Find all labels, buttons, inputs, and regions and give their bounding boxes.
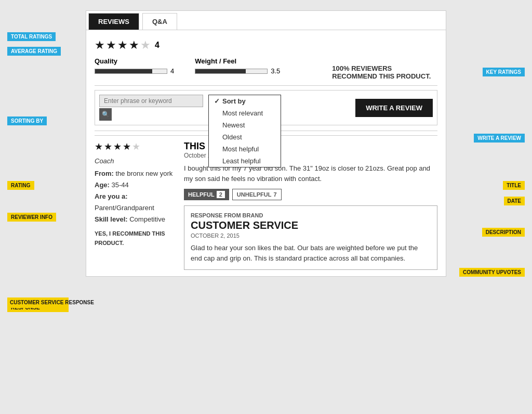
reviewer-skill-value: Competitive [129,215,165,223]
reviewer-age-value: 35-44 [112,181,129,189]
recommend-text: 100% REVIEWERS RECOMMEND THIS PRODUCT. [332,64,437,80]
star-3: ★ [117,38,128,52]
r-star-2: ★ [104,141,112,152]
reviewer-skill: Skill level: Competitive [95,214,178,225]
write-a-review-label: WRITE A REVIEW [474,134,525,143]
helpful-row: HELPFUL 2 UNHELPFUL 7 [184,189,437,200]
reviewer-info-label: REvIEWER INFO [7,213,56,222]
sort-option-most-helpful[interactable]: Most helpful [209,143,281,155]
check-icon: ✓ [214,97,220,105]
ratings-bars-row: Quality 4 Weight / Feel 3.5 100% REVIEW [95,57,437,80]
star-5-empty: ★ [140,38,151,52]
sorting-by-label: SORTING BY [7,117,47,125]
sort-option-newest[interactable]: Newest [209,119,281,131]
divider-1 [95,85,437,86]
r-star-5-empty: ★ [132,141,140,152]
review-left: ★ ★ ★ ★ ★ Coach From: the bronx new york [95,141,178,270]
weight-label: Weight / Feel [195,57,280,65]
tab-reviews[interactable]: REVIEWS [88,13,139,30]
helpful-label: HELPFUL [188,191,215,198]
sort-search-row: 🔍 ✓ Sort by Most relevant Newest [95,90,437,125]
quality-value: 4 [170,67,174,75]
quality-rating: Quality 4 [95,57,174,75]
quality-bar-fill [95,69,152,73]
write-review-button[interactable]: WRITE A REVIEW [355,99,433,117]
weight-rating: Weight / Feel 3.5 [195,57,280,75]
helpful-button[interactable]: HELPFUL 2 [184,189,229,200]
tab-qa[interactable]: Q&A [142,13,177,30]
key-ratings-label: KEY RATINGS [483,68,525,76]
sort-option-most-relevant[interactable]: Most relevant [209,107,281,119]
r-star-1: ★ [95,141,103,152]
sort-option-oldest[interactable]: Oldest [209,131,281,143]
sort-by-label: Sort by [222,97,246,105]
sort-option-least-helpful[interactable]: Least helpful [209,155,281,167]
average-rating-label: AVERAGE RATING [7,47,61,56]
tabs-row: REVIEWS Q&A [86,11,446,30]
reviewer-from-value: the bronx new york [115,170,172,177]
unhelpful-count: 7 [273,191,276,198]
rating-label: RATING [7,181,34,190]
content-area: ★ ★ ★ ★ ★ 4 Quality 4 Weight / Feel [86,30,446,276]
sort-option-sortby[interactable]: ✓ Sort by [209,95,281,107]
response-from-label: RESPONSE FROM BRAND [191,212,431,218]
reviewer-name: Coach [95,156,178,167]
weight-bar-bg [195,69,268,74]
r-star-3: ★ [113,141,122,152]
average-number: 4 [155,41,159,50]
reviewer-type: Are you a: Parent/Grandparent [95,191,178,214]
main-panel: REVIEWS Q&A ★ ★ ★ ★ ★ 4 Quality 4 [86,10,446,277]
reviewer-recommend: YES, I RECOMMEND THIS PRODUCT. [95,229,178,248]
total-ratings-label: TOTAL RATINGS [7,32,56,41]
sort-dropdown-menu: ✓ Sort by Most relevant Newest Oldest [208,95,281,167]
average-rating-row: ★ ★ ★ ★ ★ 4 [95,38,437,52]
quality-label: Quality [95,57,174,65]
date-label: DATE [504,197,525,205]
reviewer-type-value: Parent/Grandparent [95,204,154,212]
star-2: ★ [106,38,116,52]
community-upvotes-label: COMMUNITY UPVOTES [459,268,525,277]
quality-bar-row: 4 [95,67,174,75]
star-4: ★ [129,38,139,52]
weight-bar-row: 3.5 [195,67,280,75]
brand-response: RESPONSE FROM BRAND CUSTOMER SERVICE OCT… [184,205,437,270]
search-button[interactable]: 🔍 [99,108,112,121]
helpful-count: 2 [217,191,225,198]
reviewer-age: Age: 35-44 [95,179,178,191]
customer-service-response-label: CUSTOMER SERVICE RESPONSE [7,297,64,308]
response-body: Glad to hear your son likes the bat. Our… [191,243,431,263]
unhelpful-button[interactable]: UNHELPFUL 7 [232,189,282,200]
response-date: OCTOBER 2, 2015 [191,232,431,239]
search-input[interactable] [99,95,203,107]
reviewer-from: From: the bronx new york [95,168,178,179]
weight-bar-fill [195,69,246,73]
response-title: CUSTOMER SERVICE [191,219,431,231]
title-label: TITLE [503,181,525,190]
quality-bar-bg [95,69,167,74]
unhelpful-label: UNHELPFUL [237,191,272,198]
average-stars: ★ ★ ★ ★ ★ [95,38,151,52]
review-stars: ★ ★ ★ ★ ★ [95,141,178,152]
r-star-4: ★ [123,141,131,152]
star-1: ★ [95,38,105,52]
reviewer-info: Coach From: the bronx new york Age: 35-4… [95,156,178,248]
description-label: DESCRIPTION [482,228,525,237]
weight-value: 3.5 [271,67,280,75]
search-box: 🔍 [99,95,203,121]
